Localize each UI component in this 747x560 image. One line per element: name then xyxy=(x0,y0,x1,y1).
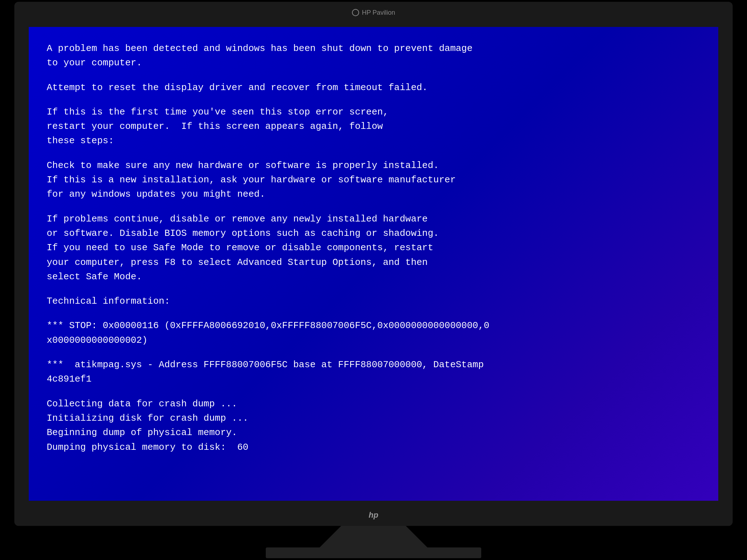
bsod-line-8: If this is a new installation, ask your … xyxy=(47,173,700,187)
bsod-line-6: these steps: xyxy=(47,134,700,148)
bsod-spacer-6 xyxy=(47,308,700,318)
monitor-top-bar: HP Pavilion xyxy=(14,2,733,23)
bsod-spacer-8 xyxy=(47,387,700,397)
bsod-line-22: Beginning dump of physical memory. xyxy=(47,425,700,440)
bsod-line-7: Check to make sure any new hardware or s… xyxy=(47,158,700,173)
hp-circle-icon xyxy=(352,9,359,16)
bsod-line-4: If this is the first time you've seen th… xyxy=(47,105,700,119)
bsod-line-10: If problems continue, disable or remove … xyxy=(47,212,700,226)
monitor-bottom-bar: hp xyxy=(14,504,733,526)
bsod-line-11: or software. Disable BIOS memory options… xyxy=(47,226,700,241)
monitor-bezel: HP Pavilion A problem has been detected … xyxy=(14,2,733,526)
bsod-line-19: 4c891ef1 xyxy=(47,372,700,386)
bsod-line-23: Dumping physical memory to disk: 60 xyxy=(47,440,700,454)
bsod-spacer-2 xyxy=(47,95,700,105)
bsod-line-15: Technical information: xyxy=(47,294,700,308)
bsod-line-3: Attempt to reset the display driver and … xyxy=(47,80,700,95)
hp-logo-bottom: hp xyxy=(369,510,379,520)
monitor-base xyxy=(266,547,481,558)
bsod-line-1: A problem has been detected and windows … xyxy=(47,41,700,56)
bsod-line-16: *** STOP: 0x00000116 (0xFFFFA8006692010,… xyxy=(47,318,700,333)
bsod-line-2: to your computer. xyxy=(47,56,700,70)
bsod-line-17: x0000000000000002) xyxy=(47,333,700,347)
bsod-spacer-1 xyxy=(47,70,700,80)
bsod-line-9: for any windows updates you might need. xyxy=(47,187,700,201)
hp-top-label: HP Pavilion xyxy=(362,9,395,17)
bsod-spacer-7 xyxy=(47,347,700,358)
bsod-line-14: select Safe Mode. xyxy=(47,270,700,284)
bsod-line-12: If you need to use Safe Mode to remove o… xyxy=(47,241,700,255)
bsod-line-5: restart your computer. If this screen ap… xyxy=(47,119,700,134)
hp-logo-top: HP Pavilion xyxy=(352,9,395,17)
bsod-spacer-3 xyxy=(47,148,700,158)
bsod-screen: A problem has been detected and windows … xyxy=(29,27,718,501)
bsod-spacer-4 xyxy=(47,202,700,212)
monitor-stand xyxy=(320,526,427,547)
bsod-line-18: *** atikmpag.sys - Address FFFF88007006F… xyxy=(47,358,700,372)
bsod-line-13: your computer, press F8 to select Advanc… xyxy=(47,255,700,270)
bsod-content: A problem has been detected and windows … xyxy=(29,27,718,501)
bsod-line-21: Initializing disk for crash dump ... xyxy=(47,411,700,425)
bsod-line-20: Collecting data for crash dump ... xyxy=(47,397,700,411)
bsod-spacer-5 xyxy=(47,284,700,294)
